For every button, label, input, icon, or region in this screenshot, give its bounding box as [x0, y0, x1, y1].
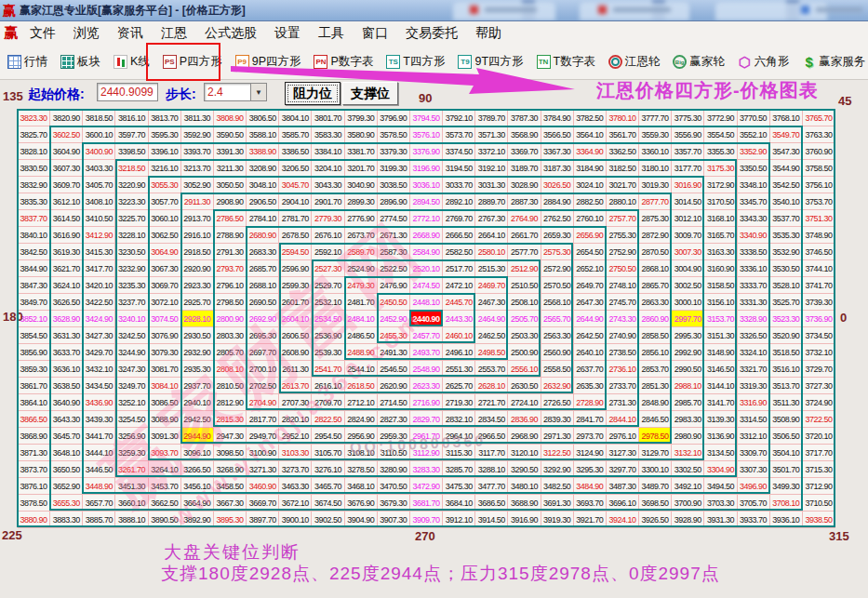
price-cell: 2966.50: [475, 428, 508, 445]
price-cell: 2551.30: [443, 361, 475, 378]
price-cell: 3885.70: [83, 512, 115, 528]
price-cell: 3936.10: [770, 512, 803, 528]
toolbar-sectors-button[interactable]: 板块: [59, 52, 102, 72]
price-cell: 3396.10: [149, 143, 181, 160]
price-cell: 3710.50: [803, 495, 835, 512]
price-cell: 3048.10: [247, 177, 279, 193]
price-cell: 3458.50: [214, 478, 247, 495]
price-cell: 3470.50: [378, 478, 410, 495]
menu-item-工具[interactable]: 工具: [314, 23, 349, 44]
price-cell: 3669.70: [247, 495, 279, 512]
price-cell: 3686.50: [475, 495, 508, 512]
price-cell: 2690.50: [247, 294, 279, 311]
toolbar-quotes-button[interactable]: 行情: [6, 52, 49, 72]
price-cell: 3633.70: [50, 344, 83, 361]
toolbar-p-table-button[interactable]: PNP数字表: [312, 52, 375, 72]
chevron-down-icon[interactable]: ▼: [250, 84, 266, 100]
price-cell: 3117.70: [475, 445, 508, 461]
price-cell: 3753.70: [803, 193, 835, 210]
price-cell: 2678.50: [279, 227, 312, 244]
menu-item-交易委托[interactable]: 交易委托: [401, 23, 462, 44]
price-cell: 2488.90: [345, 344, 378, 361]
menu-item-浏览[interactable]: 浏览: [69, 23, 104, 44]
price-cell: 3744.10: [803, 260, 835, 277]
toolbar-t-table-button[interactable]: TNT数字表: [535, 52, 597, 72]
toolbar: 行情板块K线PSP四方形P99P四方形PNP数字表TST四方形T99T四方形TN…: [0, 45, 868, 80]
price-cell: 2565.70: [541, 311, 574, 327]
price-cell: 2767.30: [475, 210, 508, 227]
price-cell: 3187.30: [541, 160, 574, 177]
price-cell: 3832.90: [18, 177, 50, 193]
key-level-cell: 2978.50: [639, 428, 672, 445]
price-cell: 3208.90: [247, 160, 279, 177]
price-cell: 3220.90: [115, 177, 148, 193]
menu-item-文件[interactable]: 文件: [25, 23, 60, 44]
toolbar-service-button[interactable]: $赢家服务: [800, 52, 867, 72]
toolbar-9p-square-button[interactable]: P99P四方形: [234, 52, 303, 72]
price-cell: 3021.70: [607, 177, 639, 193]
price-cell: 3645.70: [50, 428, 83, 445]
price-cell: 2510.50: [508, 277, 541, 294]
price-cell: 2916.10: [181, 227, 214, 244]
price-cell: 2589.70: [345, 244, 378, 260]
toolbar-t-square-button[interactable]: TST四方形: [384, 52, 447, 72]
price-cell: 2752.90: [607, 244, 639, 260]
9t-square-icon: T9: [458, 55, 472, 69]
price-cell: 2872.90: [639, 227, 672, 244]
menu-item-设置[interactable]: 设置: [270, 23, 305, 44]
center-price-cell: 2440.90: [410, 311, 443, 327]
price-cell: 2812.90: [214, 394, 247, 411]
price-cell: 2512.90: [508, 260, 541, 277]
price-cell: 3847.30: [18, 277, 50, 294]
step-combobox[interactable]: 2.4 ▼: [204, 83, 267, 101]
menu-item-公式选股[interactable]: 公式选股: [200, 23, 261, 44]
support-button[interactable]: 支撑位: [342, 82, 398, 105]
toolbar-9t-square-button[interactable]: T99T四方形: [456, 52, 525, 72]
price-cell: 2827.30: [378, 411, 410, 428]
price-cell: 3040.90: [345, 177, 378, 193]
toolbar-big-wheel-button[interactable]: Big赢家轮: [671, 52, 727, 72]
price-cell: 3247.30: [115, 361, 148, 378]
price-cell: 3141.70: [704, 394, 737, 411]
price-cell: 3741.70: [803, 277, 835, 294]
price-cell: 3820.90: [50, 110, 83, 126]
price-cell: 2832.10: [443, 411, 475, 428]
menu-item-帮助[interactable]: 帮助: [471, 23, 506, 44]
price-cell: 3854.50: [18, 327, 50, 344]
price-cell: 2647.30: [574, 294, 607, 311]
toolbar-gann-wheel-button[interactable]: 江恩轮: [607, 52, 662, 72]
price-cell: 3787.30: [508, 110, 541, 126]
price-cell: 2534.50: [312, 311, 344, 327]
price-cell: 2724.10: [508, 394, 541, 411]
menu-item-窗口[interactable]: 窗口: [357, 23, 393, 44]
price-cell: 3213.70: [181, 160, 214, 177]
price-cell: 2452.90: [378, 311, 410, 327]
annotation-highlight-box: [146, 43, 220, 81]
price-cell: 3084.10: [149, 378, 181, 394]
start-price-input[interactable]: [97, 83, 158, 101]
price-cell: 2779.30: [312, 210, 344, 227]
price-cell: 3600.10: [83, 126, 115, 143]
price-cell: 3518.50: [770, 344, 803, 361]
price-cell: 2503.30: [508, 327, 541, 344]
price-cell: 3897.70: [247, 512, 279, 528]
price-cell: 2644.90: [574, 311, 607, 327]
price-cell: 2954.50: [312, 428, 344, 445]
price-cell: 3552.10: [738, 126, 770, 143]
price-cell: 3924.10: [607, 512, 639, 528]
price-cell: 3360.10: [639, 143, 672, 160]
price-cell: 3448.90: [83, 478, 115, 495]
price-cell: 3547.30: [770, 143, 803, 160]
menu-item-江恩[interactable]: 江恩: [156, 23, 192, 44]
price-cell: 2880.10: [607, 193, 639, 210]
price-cell: 3328.90: [738, 311, 770, 327]
title-bar: 赢 赢家江恩专业版[赢家服务平台] - [价格正方形]: [0, 0, 868, 21]
price-cell: 2863.30: [639, 294, 672, 311]
price-cell: 2628.10: [475, 378, 508, 394]
price-cell: 2920.90: [181, 260, 214, 277]
price-cell: 3806.50: [247, 110, 279, 126]
toolbar-hexagon-button[interactable]: ⬡六角形: [736, 52, 792, 72]
price-cell: 3345.70: [738, 193, 770, 210]
resistance-button[interactable]: 阻力位: [285, 82, 341, 105]
menu-item-资讯[interactable]: 资讯: [113, 23, 148, 44]
